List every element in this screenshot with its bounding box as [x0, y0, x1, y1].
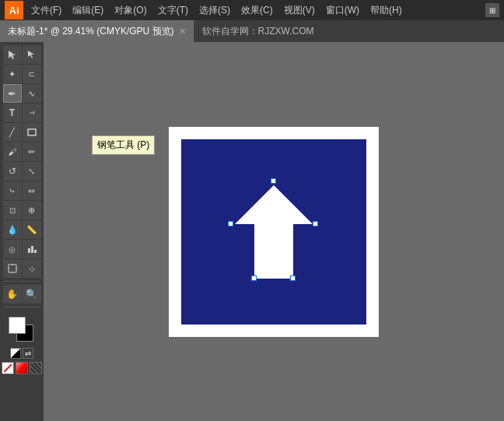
hand-tool[interactable]: ✋ — [3, 285, 22, 303]
svg-rect-4 — [31, 246, 33, 253]
svg-line-11 — [4, 364, 12, 372]
menu-object[interactable]: 对象(O) — [110, 2, 151, 19]
tab-close-button[interactable]: ✕ — [179, 26, 186, 37]
warp-tool[interactable]: ⤷ — [3, 181, 22, 200]
tab-website: 软件自学网：RJZXW.COM — [194, 20, 322, 42]
color-swatches: ⇄ — [9, 314, 35, 359]
main-area: ✦ ⊂ ✒ ∿ T T ╱ 🖌 ✏ ↺ ⤡ — [0, 42, 504, 421]
width-tool[interactable]: ⇔ — [23, 181, 41, 200]
sel-handle-left[interactable] — [228, 221, 233, 226]
tool-row-shape: ╱ — [0, 123, 44, 142]
selection-tool[interactable] — [3, 45, 22, 64]
slice-tool[interactable]: ⊹ — [23, 259, 41, 278]
sel-handle-bottom-right[interactable] — [290, 275, 296, 281]
default-fill-stroke[interactable] — [10, 348, 21, 359]
swatch-container — [9, 317, 35, 343]
menu-effect[interactable]: 效果(C) — [236, 2, 278, 19]
window-controls: ⊞ — [485, 3, 499, 17]
toolbar-divider — [3, 281, 40, 282]
svg-marker-1 — [28, 51, 34, 58]
pattern-fill[interactable] — [30, 362, 42, 374]
sign-shape[interactable] — [177, 135, 371, 329]
symbol-sprayer-tool[interactable]: ◎ — [3, 240, 22, 258]
svg-rect-6 — [9, 265, 16, 272]
pen-tool-tooltip: 钢笔工具 (P) — [92, 135, 155, 155]
tool-row-artboard: ⊹ — [0, 259, 44, 278]
tab-website-label: 软件自学网：RJZXW.COM — [202, 25, 314, 38]
rectangle-tool[interactable] — [23, 123, 41, 142]
menu-bar: 文件(F) 编辑(E) 对象(O) 文字(T) 选择(S) 效果(C) 视图(V… — [26, 2, 482, 19]
type-tool[interactable]: T — [3, 103, 22, 122]
tool-row-transform: ↺ ⤡ — [0, 162, 44, 181]
sel-handle-right[interactable] — [313, 221, 318, 226]
tool-row-pen: ✒ ∿ — [0, 84, 44, 103]
tool-row-brush: 🖌 ✏ — [0, 142, 44, 161]
rotate-tool[interactable]: ↺ — [3, 162, 22, 181]
tooltip-text: 钢笔工具 (P) — [97, 139, 149, 150]
fill-white[interactable] — [2, 362, 14, 374]
column-graph-tool[interactable] — [23, 240, 41, 258]
svg-rect-5 — [34, 250, 37, 253]
artwork-canvas — [169, 127, 379, 337]
measure-tool[interactable]: 📏 — [23, 220, 41, 239]
menu-edit[interactable]: 编辑(E) — [68, 2, 108, 19]
line-tool[interactable]: ╱ — [3, 123, 22, 142]
fill-color[interactable] — [9, 317, 26, 334]
eyedropper-tool[interactable]: 💧 — [3, 220, 22, 239]
zoom-tool[interactable]: 🔍 — [23, 285, 41, 303]
curvature-tool[interactable]: ∿ — [23, 84, 41, 103]
menu-select[interactable]: 选择(S) — [194, 2, 235, 19]
arrow-svg — [231, 181, 317, 282]
gradient-fill[interactable] — [16, 362, 28, 374]
tool-row-wand: ✦ ⊂ — [0, 65, 44, 83]
tool-row-warp: ⤷ ⇔ — [0, 181, 44, 200]
tab-bar: 未标题-1* @ 29.41% (CMYK/GPU 预览) ✕ 软件自学网：RJ… — [0, 20, 504, 42]
menu-file[interactable]: 文件(F) — [26, 2, 66, 19]
scale-tool[interactable]: ⤡ — [23, 162, 41, 181]
ai-logo: Ai — [5, 1, 23, 19]
tool-row-nav: ✋ 🔍 — [0, 285, 44, 303]
toolbar: ✦ ⊂ ✒ ∿ T T ╱ 🖌 ✏ ↺ ⤡ — [0, 42, 44, 421]
tool-row-symbol: ◎ — [0, 240, 44, 258]
vertical-type-tool[interactable]: T — [23, 103, 41, 122]
direct-selection-tool[interactable] — [23, 45, 41, 64]
canvas-area: 钢笔工具 (P) — [44, 42, 504, 421]
menu-view[interactable]: 视图(V) — [279, 2, 320, 19]
sel-handle-bottom-left[interactable] — [251, 275, 257, 281]
arrow-container — [231, 181, 317, 282]
swap-fill-stroke[interactable]: ⇄ — [23, 348, 33, 359]
svg-rect-3 — [28, 248, 30, 253]
lasso-tool[interactable]: ⊂ — [23, 65, 41, 83]
magic-wand-tool[interactable]: ✦ — [3, 65, 22, 83]
tool-row-eye: 💧 📏 — [0, 220, 44, 239]
menu-text[interactable]: 文字(T) — [153, 2, 193, 19]
menu-help[interactable]: 帮助(H) — [366, 2, 407, 19]
tab-document-label: 未标题-1* @ 29.41% (CMYK/GPU 预览) — [8, 25, 174, 38]
tool-row-selection — [0, 45, 44, 64]
svg-marker-0 — [9, 51, 16, 59]
svg-rect-2 — [28, 129, 36, 135]
tab-document[interactable]: 未标题-1* @ 29.41% (CMYK/GPU 预览) ✕ — [0, 20, 194, 42]
tool-row-type: T T — [0, 103, 44, 122]
puppet-warp-tool[interactable]: ⊕ — [23, 201, 41, 219]
artboard-tool[interactable] — [3, 259, 22, 278]
title-bar: Ai 文件(F) 编辑(E) 对象(O) 文字(T) 选择(S) 效果(C) 视… — [0, 0, 504, 20]
svg-marker-12 — [235, 185, 313, 279]
sel-handle-top[interactable] — [271, 178, 276, 184]
menu-window[interactable]: 窗口(W) — [321, 2, 364, 19]
toolbar-divider-2 — [3, 307, 40, 307]
fill-options — [2, 362, 42, 374]
free-transform-tool[interactable]: ⊡ — [3, 201, 22, 219]
tool-row-free: ⊡ ⊕ — [0, 201, 44, 219]
paintbrush-tool[interactable]: 🖌 — [3, 142, 22, 161]
pencil-tool[interactable]: ✏ — [23, 142, 41, 161]
grid-icon[interactable]: ⊞ — [485, 3, 499, 17]
pen-tool[interactable]: ✒ — [3, 84, 22, 103]
